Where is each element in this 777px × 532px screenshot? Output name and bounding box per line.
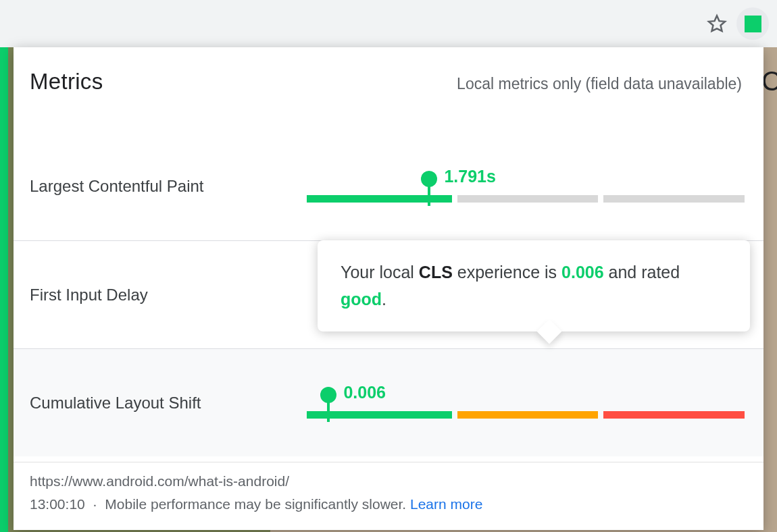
cls-tooltip: Your local CLS experience is 0.006 and r…: [318, 240, 750, 331]
segment-needs-improvement: [457, 195, 599, 203]
bookmark-star-icon[interactable]: [707, 14, 727, 34]
metric-value-cls: 0.006: [343, 383, 386, 402]
web-vitals-extension-button[interactable]: [736, 7, 769, 40]
footer-info-line: 13:00:10 · Mobile performance may be sig…: [30, 496, 747, 512]
metric-row-lcp: Largest Contentful Paint 1.791s: [14, 132, 763, 240]
segment-needs-improvement: [457, 411, 599, 419]
metric-marker-lcp: 1.791s: [421, 171, 437, 206]
background-page-letter: C: [761, 66, 777, 97]
metric-label-fid: First Input Delay: [30, 286, 307, 304]
tooltip-text: .: [382, 290, 386, 309]
tooltip-text: Your local: [341, 263, 419, 282]
footer-timestamp: 13:00:10: [30, 496, 85, 512]
learn-more-link[interactable]: Learn more: [410, 496, 482, 512]
metric-bar-lcp: 1.791s: [307, 171, 745, 203]
marker-stem-icon: [327, 402, 330, 422]
tooltip-metric-abbrev: CLS: [419, 263, 453, 282]
browser-toolbar: [0, 0, 777, 47]
metric-bar-cls: 0.006: [307, 387, 745, 419]
tooltip-text: experience is: [453, 263, 561, 282]
metric-marker-cls: 0.006: [320, 387, 336, 422]
metric-label-cls: Cumulative Layout Shift: [30, 394, 307, 413]
panel-subtitle: Local metrics only (field data unavailab…: [457, 75, 742, 93]
footer-url: https://www.android.com/what-is-android/: [30, 473, 747, 489]
segment-poor: [603, 195, 745, 203]
metric-track-lcp: [307, 195, 745, 203]
metric-row-cls: Cumulative Layout Shift 0.006: [14, 348, 763, 456]
segment-poor: [603, 411, 745, 419]
footer-note: Mobile performance may be significantly …: [105, 496, 406, 512]
panel-title: Metrics: [30, 69, 103, 95]
marker-dot-icon: [320, 387, 336, 403]
metric-value-lcp: 1.791s: [444, 167, 495, 186]
panel-footer: https://www.android.com/what-is-android/…: [14, 462, 763, 512]
tooltip-rating: good: [341, 290, 382, 309]
marker-dot-icon: [421, 171, 437, 187]
marker-stem-icon: [428, 186, 430, 206]
tooltip-text: and rated: [604, 263, 680, 282]
metric-label-lcp: Largest Contentful Paint: [30, 177, 307, 196]
tooltip-value: 0.006: [561, 263, 604, 282]
extension-status-icon: [745, 16, 761, 32]
web-vitals-panel: Metrics Local metrics only (field data u…: [14, 47, 763, 530]
metric-track-cls: [307, 411, 745, 419]
separator-dot-icon: ·: [89, 496, 101, 512]
